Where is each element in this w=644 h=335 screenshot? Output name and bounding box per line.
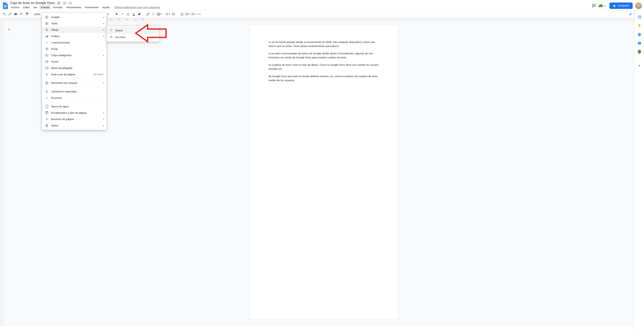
svg-point-22 — [186, 14, 186, 15]
contacts-addon-icon[interactable] — [638, 41, 642, 45]
menu-item-header-footer[interactable]: Encabezados y pies de página ▸ — [42, 110, 106, 116]
insert-link-button[interactable] — [146, 12, 150, 16]
cloud-saved-icon[interactable] — [68, 1, 72, 5]
menu-item-dropdown[interactable]: Menú desplegable — [42, 65, 106, 71]
bold-button[interactable]: B — [114, 12, 119, 16]
menu-item-tabla[interactable]: Tabla ▸ — [42, 20, 106, 27]
submenu-arrow-icon: ▸ — [103, 118, 104, 120]
menu-item-imagen[interactable]: Imagen ▸ — [42, 14, 106, 20]
calendar-icon — [45, 60, 48, 64]
svg-rect-67 — [46, 124, 48, 126]
chips-icon — [45, 54, 48, 57]
line-spacing-button[interactable] — [171, 12, 176, 16]
ruler-mark: 16 — [123, 19, 131, 20]
plus-icon — [110, 29, 113, 32]
menu-item-chips[interactable]: Chips inteligentes ▸ — [42, 52, 106, 58]
menu-herramientas[interactable]: Herramientas — [64, 5, 83, 10]
bulleted-list-button[interactable] — [185, 12, 190, 16]
menu-item-page-numbers[interactable]: # Números de página ▸ — [42, 116, 106, 122]
svg-rect-66 — [46, 112, 48, 112]
svg-rect-49 — [45, 54, 47, 55]
menu-formato[interactable]: Formato — [52, 5, 64, 10]
align-button[interactable] — [165, 12, 170, 16]
svg-point-78 — [639, 51, 640, 52]
menu-item-special-chars[interactable]: Ω Caracteres especiales — [42, 88, 106, 95]
menu-ver[interactable]: Ver — [32, 5, 39, 10]
omega-icon: Ω — [45, 90, 48, 93]
move-icon[interactable] — [63, 1, 66, 5]
title-bar: Caja de texto en Google Docs Archivo Edi… — [0, 0, 644, 10]
star-icon[interactable] — [57, 1, 60, 5]
document-title[interactable]: Caja de texto en Google Docs — [10, 1, 55, 5]
menu-item-breaks[interactable]: Saltos ▸ — [42, 122, 106, 129]
get-addons-button[interactable]: + — [638, 64, 642, 68]
menu-item-label: Chips inteligentes — [51, 54, 72, 57]
menu-item-watermark[interactable]: A Marca de agua — [42, 103, 106, 110]
open-comments-button[interactable] — [591, 2, 598, 9]
maps-addon-icon[interactable] — [638, 50, 642, 54]
underline-button[interactable]: U — [126, 12, 130, 16]
vertical-ruler[interactable] — [0, 22, 3, 326]
docs-logo[interactable] — [2, 2, 9, 9]
print-button[interactable] — [13, 12, 18, 16]
zoom-select[interactable]: 100% — [33, 13, 41, 16]
ruler-mark: 14 — [107, 19, 115, 20]
more-button[interactable]: ••• — [197, 12, 202, 16]
keep-addon-icon[interactable] — [638, 24, 642, 28]
paint-format-button[interactable] — [24, 12, 30, 16]
menu-item-equation[interactable]: π² Ecuación — [42, 95, 106, 101]
add-comment-button[interactable] — [151, 12, 156, 16]
menu-item-footnote[interactable]: Nota a pie de página Ctrl+Alt+F — [42, 71, 106, 78]
menu-item-grafico[interactable]: Gráfico ▸ — [42, 33, 106, 40]
share-button[interactable]: Compartir — [610, 2, 632, 9]
tasks-addon-icon[interactable] — [638, 32, 642, 36]
submenu-arrow-icon: ▸ — [103, 124, 104, 127]
svg-rect-43 — [46, 36, 47, 37]
undo-button[interactable] — [2, 12, 7, 16]
meet-button[interactable] — [598, 3, 608, 8]
numbered-list-button[interactable]: 123 — [191, 12, 196, 16]
highlight-button[interactable] — [137, 12, 142, 16]
emoji-icon — [45, 47, 48, 51]
italic-button[interactable]: I — [120, 12, 125, 16]
header-footer-icon — [45, 111, 48, 114]
body-paragraph: cs se ha hecho popular desde su lanzamie… — [268, 40, 379, 48]
menu-item-emoji[interactable]: Emoji — [42, 46, 106, 52]
menu-archivo[interactable]: Archivo — [10, 5, 21, 10]
menu-insertar[interactable]: Insertar — [39, 5, 51, 10]
menu-item-fecha[interactable]: Fecha — [42, 58, 106, 65]
document-page[interactable]: cs se ha hecho popular desde su lanzamie… — [250, 25, 398, 320]
menu-editar[interactable]: Editar — [22, 5, 31, 10]
spellcheck-button[interactable] — [19, 12, 24, 16]
menu-item-elementos-creacion[interactable]: Elementos de creación ▸ — [42, 80, 106, 86]
svg-rect-1 — [4, 6, 7, 7]
menu-extensiones[interactable]: Extensiones — [83, 5, 100, 10]
last-modified[interactable]: Última modificación hace unos segundos — [114, 6, 160, 9]
menu-item-dibujo[interactable]: Dibujo ▸ — [42, 27, 106, 33]
outline-toggle-button[interactable] — [6, 26, 12, 32]
insert-image-button[interactable] — [157, 12, 162, 16]
side-panel: 31 + — [634, 13, 644, 326]
menu-item-linea-horizontal[interactable]: Línea horizontal — [42, 40, 106, 46]
svg-rect-2 — [4, 7, 6, 8]
table-icon — [45, 22, 48, 25]
checklist-button[interactable] — [180, 12, 185, 16]
submenu-arrow-icon: ▸ — [103, 16, 104, 18]
redo-button[interactable] — [8, 12, 12, 16]
account-avatar[interactable] — [635, 2, 642, 9]
menu-item-label: Gráfico — [51, 35, 60, 38]
calendar-addon-icon[interactable]: 31 — [638, 15, 642, 19]
submenu-arrow-icon: ▸ — [103, 112, 104, 114]
ruler-mark: 17 — [131, 19, 139, 20]
menu-item-label: Fecha — [51, 60, 58, 63]
svg-rect-68 — [46, 126, 48, 127]
svg-rect-3 — [63, 2, 66, 4]
menu-item-label: Imagen — [51, 16, 60, 18]
menu-item-label: Nota a pie de página — [51, 73, 75, 76]
drawing-icon — [45, 28, 48, 32]
ruler-mark: 15 — [115, 19, 123, 20]
text-color-button[interactable]: A — [131, 12, 136, 16]
menu-ayuda[interactable]: Ayuda — [100, 5, 111, 10]
watermark-icon: A — [45, 105, 48, 108]
menu-item-label: Caracteres especiales — [51, 90, 77, 93]
